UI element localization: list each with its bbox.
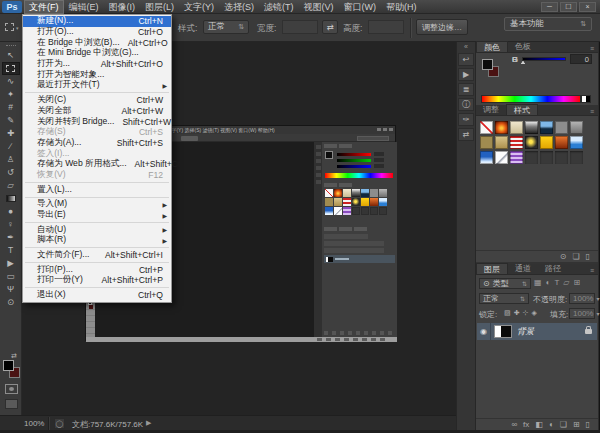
collapse-dock-icon[interactable]: «: [457, 42, 475, 51]
最近打开文件(T)[interactable]: 最近打开文件(T) ▶: [23, 80, 171, 91]
history-panel-icon[interactable]: ↩: [458, 53, 474, 66]
history-brush-tool[interactable]: ↺: [2, 166, 20, 179]
tool-preset-icon[interactable]: [5, 23, 14, 31]
滤镜(T)[interactable]: 滤镜(T): [259, 0, 299, 14]
filter-smartobject-icon[interactable]: ⊞: [573, 279, 580, 287]
orange-glow[interactable]: [495, 121, 508, 134]
status-arrow-icon[interactable]: ▶: [146, 419, 151, 427]
new-style-icon[interactable]: ❏: [572, 253, 579, 261]
tab-channels[interactable]: 通道: [508, 263, 538, 274]
actions-panel-icon[interactable]: ▶: [458, 68, 474, 81]
窗口(W)[interactable]: 窗口(W): [339, 0, 382, 14]
导出(E)[interactable]: 导出(E) ▶: [23, 210, 171, 221]
hand-tool[interactable]: Ψ: [2, 283, 20, 296]
恢复(V)[interactable]: 恢复(V) F12 ▶: [23, 170, 171, 181]
slider-marker-icon[interactable]: [521, 61, 525, 64]
pen-tool[interactable]: ✒: [2, 231, 20, 244]
文件简介(F)...[interactable]: 文件简介(F)... Alt+Shift+Ctrl+I ▶: [23, 250, 171, 261]
delete-layer-icon[interactable]: ▯: [586, 421, 590, 429]
channel-value[interactable]: 0: [570, 54, 592, 64]
打印一份(Y)[interactable]: 打印一份(Y) Alt+Shift+Ctrl+P ▶: [23, 275, 171, 286]
orange-texture[interactable]: [555, 136, 568, 149]
refine-edge-button[interactable]: 调整边缘…: [416, 19, 468, 35]
layer-mask-icon[interactable]: ◧: [535, 421, 543, 429]
zoom-level[interactable]: 100%: [24, 419, 44, 428]
quick-selection-tool[interactable]: ✦: [2, 88, 20, 101]
退出(X)[interactable]: 退出(X) Ctrl+Q ▶: [23, 290, 171, 301]
panel-menu-icon[interactable]: ≡: [590, 267, 598, 274]
style-swatch[interactable]: [555, 151, 568, 164]
yellow-on-black[interactable]: [525, 136, 538, 149]
gradient-tool[interactable]: [2, 192, 20, 205]
fill-input[interactable]: 100% ▾: [569, 308, 595, 319]
crop-tool[interactable]: #: [2, 101, 20, 114]
blend-mode-select[interactable]: 正常 ⇅: [479, 293, 529, 304]
tab-color[interactable]: 颜色: [476, 41, 508, 52]
height-input[interactable]: [368, 20, 404, 34]
lock-pixels-icon[interactable]: ✚: [514, 309, 520, 316]
编辑(E)[interactable]: 编辑(E): [64, 0, 104, 14]
new-layer-icon[interactable]: ⊞: [573, 421, 580, 429]
filter-adjustment-icon[interactable]: ◐: [546, 279, 551, 287]
zoom-tool[interactable]: ⊙: [2, 296, 20, 309]
properties-panel-icon[interactable]: ≣: [458, 83, 474, 96]
tab-layers[interactable]: 图层: [476, 263, 508, 274]
delete-style-icon[interactable]: ▯: [586, 253, 590, 261]
filter-shape-icon[interactable]: ▱: [563, 279, 569, 287]
layer-effects-icon[interactable]: fx: [523, 421, 529, 429]
screen-mode-button[interactable]: [5, 399, 18, 409]
flat-gray[interactable]: [555, 121, 568, 134]
blue-white[interactable]: [570, 136, 583, 149]
clone-stamp-tool[interactable]: ♙: [2, 153, 20, 166]
layer-thumbnail[interactable]: [494, 325, 512, 338]
blur-tool[interactable]: ●: [2, 205, 20, 218]
layer-visibility-toggle[interactable]: ◉: [477, 323, 491, 340]
lasso-tool[interactable]: ∿: [2, 75, 20, 88]
swap-colors-icon[interactable]: ⇄: [11, 352, 17, 360]
clear-style-icon[interactable]: ⊙: [560, 253, 567, 261]
dark-gradient[interactable]: [525, 121, 538, 134]
tab-adjustments[interactable]: 调整: [476, 104, 506, 115]
blue-sky[interactable]: [540, 121, 553, 134]
图像(I)[interactable]: 图像(I): [104, 0, 141, 14]
beige-bevel[interactable]: [510, 121, 523, 134]
close-button[interactable]: ×: [579, 2, 596, 12]
rectangular-marquee-tool[interactable]: [2, 62, 20, 75]
rectangle-tool[interactable]: ▭: [2, 270, 20, 283]
type-tool[interactable]: T: [2, 244, 20, 257]
layer-filter-select[interactable]: ⊙ 类型 ⇅: [479, 278, 531, 289]
move-tool[interactable]: ↖: [2, 49, 20, 62]
info-panel-icon[interactable]: ⓘ: [458, 98, 474, 111]
图层(L)[interactable]: 图层(L): [140, 0, 179, 14]
脚本(R)[interactable]: 脚本(R) ▶: [23, 235, 171, 246]
quick-mask-button[interactable]: [5, 384, 18, 394]
purple-stripes[interactable]: [510, 151, 523, 164]
选择(S)[interactable]: 选择(S): [219, 0, 259, 14]
color-spectrum-ramp[interactable]: [481, 95, 581, 103]
lock-all-icon[interactable]: ◈: [531, 309, 536, 316]
dodge-tool[interactable]: ♀: [2, 218, 20, 231]
gray-bevel[interactable]: [570, 121, 583, 134]
tab-styles[interactable]: 样式: [506, 104, 538, 115]
yellow[interactable]: [540, 136, 553, 149]
panel-menu-icon[interactable]: ≡: [590, 45, 598, 52]
toolbar-grip[interactable]: [6, 45, 16, 47]
path-selection-tool[interactable]: ▶: [2, 257, 20, 270]
lock-position-icon[interactable]: ⊹: [523, 309, 529, 316]
tab-swatches[interactable]: 色板: [508, 41, 538, 52]
视图(V)[interactable]: 视图(V): [299, 0, 339, 14]
帮助(H)[interactable]: 帮助(H): [381, 0, 422, 14]
none[interactable]: [480, 121, 493, 134]
brush-tool[interactable]: ∕: [2, 140, 20, 153]
文件(F)[interactable]: 文件(F): [24, 0, 64, 14]
eraser-tool[interactable]: ▱: [2, 179, 20, 192]
khaki[interactable]: [480, 136, 493, 149]
lock-transparency-icon[interactable]: ▨: [504, 309, 511, 316]
brush-panel-icon[interactable]: ✑: [458, 113, 474, 126]
foreground-color-swatch[interactable]: [482, 59, 493, 70]
channel-slider[interactable]: [522, 57, 566, 61]
style-swatch[interactable]: [540, 151, 553, 164]
red-stripes[interactable]: [510, 136, 523, 149]
minimize-button[interactable]: ─: [541, 2, 558, 12]
layer-group-icon[interactable]: ❏: [560, 421, 567, 429]
